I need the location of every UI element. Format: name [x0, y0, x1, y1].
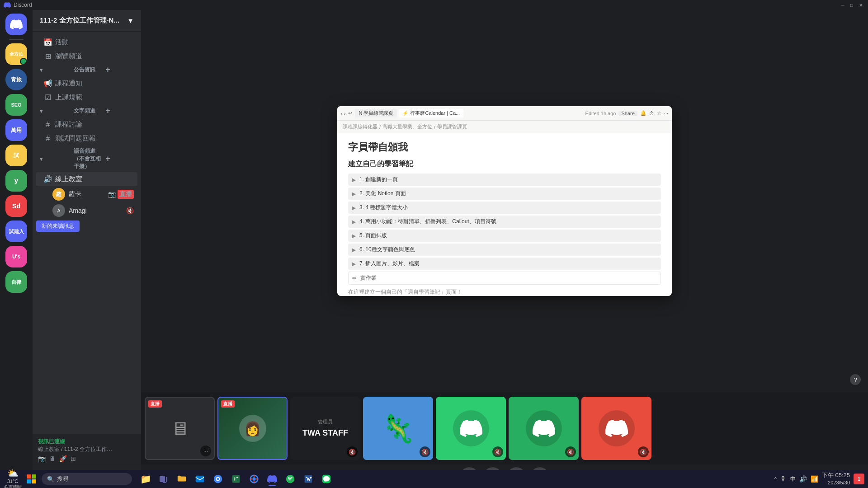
notion-practice: ✏ 實作業: [348, 272, 661, 285]
cam-btn[interactable]: 📷: [38, 455, 46, 462]
taskbar-app-explorer[interactable]: [174, 471, 190, 487]
taskbar-search[interactable]: 🔍 搜尋: [42, 473, 132, 485]
channel-item-browse[interactable]: ⊞ 瀏覽頻道: [36, 49, 137, 63]
notion-item-5: ▶ 5. 頁面排版: [348, 230, 661, 242]
rules-icon: ☑: [43, 93, 52, 102]
notion-tab-active[interactable]: N 學員線管課頁: [355, 109, 397, 117]
taskbar-system: ^ 🎙 中 🔊 📶 下午 05:25 2023/5/30 1: [774, 472, 864, 486]
announcement-icon: 📢: [43, 79, 52, 88]
video-tile-discord3: 🔇: [581, 397, 651, 460]
svg-rect-4: [160, 476, 165, 482]
connected-actions: 📷 🖥 🚀 ⊞: [38, 455, 136, 462]
toggle-icon-6[interactable]: ▶: [352, 247, 356, 253]
toggle-icon-1[interactable]: ▶: [352, 177, 356, 183]
voice-user-luka[interactable]: 蘿 蘿卡 📷 直播: [36, 186, 137, 202]
help-icon[interactable]: ?: [850, 374, 861, 385]
channel-course-notice[interactable]: 📢 課程通知: [36, 76, 137, 90]
maximize-button[interactable]: □: [848, 1, 855, 9]
server-icon-9[interactable]: U's: [5, 246, 27, 267]
dino-emoji: 🦎: [381, 413, 415, 445]
tray-volume-icon[interactable]: 🔊: [799, 475, 807, 483]
server-icon-5[interactable]: 試: [5, 145, 27, 166]
new-messages-indicator[interactable]: 新的未讀訊息: [33, 219, 141, 234]
add-text-channel-icon[interactable]: +: [105, 106, 137, 116]
channel-rules[interactable]: ☑ 上課規範: [36, 90, 137, 104]
notion-titlebar: ‹ › ↩ N 學員線管課頁 ⚡ 行事曆Calendar | Ca... Edi…: [337, 106, 672, 121]
server-icon-4[interactable]: 萬用: [5, 119, 27, 141]
server-icon-10[interactable]: 自律: [5, 271, 27, 293]
voice-user-amagi[interactable]: A Amagi 🔇: [36, 202, 137, 219]
tray-caret-icon[interactable]: ^: [774, 476, 777, 482]
server-icon-1[interactable]: 全方位: [5, 43, 27, 65]
channel-issues[interactable]: # 測試問題回報: [36, 131, 137, 145]
toggle-icon-5[interactable]: ▶: [352, 233, 356, 239]
minimize-button[interactable]: ─: [839, 1, 846, 9]
server-icon-3[interactable]: SEO: [5, 94, 27, 116]
taskbar-weather[interactable]: ⛅ 31°C 多雲時晴: [4, 468, 22, 488]
titlebar-controls[interactable]: ─ □ ✕: [839, 1, 864, 9]
taskbar-app-chrome[interactable]: [210, 471, 226, 487]
server-icon-7[interactable]: Sd: [5, 195, 27, 217]
amagi-controls: 🔇: [126, 207, 134, 214]
notion-icon-1[interactable]: 🔔: [640, 110, 646, 116]
server-icon-6[interactable]: y: [5, 170, 27, 192]
add-channel-icon[interactable]: +: [105, 65, 137, 75]
toggle-icon-3[interactable]: ▶: [352, 205, 356, 211]
svg-point-8: [217, 478, 219, 480]
share-btn[interactable]: 🖥: [49, 455, 56, 462]
server-icon-2[interactable]: 青旅: [5, 69, 27, 90]
new-messages-banner[interactable]: 新的未讀訊息: [36, 221, 80, 232]
notion-icon-3[interactable]: ☆: [657, 110, 661, 116]
voice-avatar-luka: 蘿: [52, 188, 65, 201]
taskbar-app-outlook[interactable]: [192, 471, 208, 487]
taskbar-app-excel[interactable]: [228, 471, 244, 487]
notion-icon-4[interactable]: ···: [664, 111, 668, 116]
taskbar-app-discord[interactable]: [264, 471, 280, 487]
weather-icon: ⛅: [7, 468, 19, 479]
admin-mic-muted: 🔇: [347, 446, 358, 457]
notion-window[interactable]: ‹ › ↩ N 學員線管課頁 ⚡ 行事曆Calendar | Ca... Edi…: [337, 106, 672, 296]
notion-icon-2[interactable]: ⏱: [649, 111, 654, 116]
server-header[interactable]: 111-2 全方位工作管理-N... ▼: [33, 10, 141, 32]
channel-discussion[interactable]: # 課程討論: [36, 117, 137, 131]
taskbar-app-line[interactable]: [318, 471, 335, 487]
tray-mic-icon[interactable]: 🎙: [780, 475, 787, 483]
server-icon-8[interactable]: 試建入: [5, 221, 27, 242]
add-voice-channel-icon[interactable]: +: [105, 154, 137, 164]
toggle-icon-4[interactable]: ▶: [352, 219, 356, 225]
notification-badge[interactable]: 1: [854, 474, 864, 484]
discord-title-icon: [4, 1, 11, 9]
notion-nav-icon[interactable]: ↩: [348, 110, 352, 116]
category-announcement[interactable]: ▾ 公告資訊 +: [33, 63, 141, 76]
notion-back-icon[interactable]: ‹ ›: [341, 111, 345, 116]
channel-online-class[interactable]: 🔊 線上教室: [36, 172, 137, 186]
titlebar-app-name: Discord: [14, 2, 32, 8]
admin-name-text: TWA STAFF: [302, 428, 348, 438]
svg-rect-1: [32, 474, 36, 479]
rocket-btn[interactable]: 🚀: [59, 455, 67, 462]
more-options-btn[interactable]: ···: [200, 446, 211, 456]
share-btn-notion[interactable]: Share: [618, 111, 637, 116]
tray-lang-icon[interactable]: 中: [790, 475, 796, 483]
category-text[interactable]: ▾ 文字頻道 +: [33, 104, 141, 117]
toggle-icon-7[interactable]: ▶: [352, 261, 356, 267]
notion-tab-calendar[interactable]: ⚡ 行事曆Calendar | Ca...: [399, 109, 463, 117]
toggle-icon-2[interactable]: ▶: [352, 191, 356, 197]
notion-content: 字員帶自頒我 建立自己的學習筆記 ▶ 1. 創建新的一頁 ▶ 2. 美化 Not…: [337, 133, 672, 296]
close-button[interactable]: ✕: [857, 1, 864, 9]
taskbar-app-spotify[interactable]: [282, 471, 298, 487]
taskbar-time[interactable]: 下午 05:25 2023/5/30: [822, 472, 850, 486]
grid-btn[interactable]: ⊞: [71, 455, 76, 462]
notion-subtitle: 建立自己的學習筆記: [348, 160, 661, 169]
taskbar-app-files[interactable]: 📁: [137, 471, 154, 487]
category-voice[interactable]: ▾ 語音頻道（不會互相干擾） +: [33, 145, 141, 172]
edited-label: Edited 1h ago: [585, 111, 616, 116]
discord-home-icon[interactable]: [5, 14, 27, 35]
taskbar-app-teams[interactable]: [156, 471, 172, 487]
taskbar-app-word[interactable]: [300, 471, 316, 487]
start-button[interactable]: [24, 471, 40, 487]
channel-item-activity[interactable]: 📅 活動: [36, 35, 137, 49]
taskbar-app-chrome2[interactable]: [246, 471, 262, 487]
notion-footer-text: 在這裡建立一個自己的「週自學習筆記」頁面！: [348, 288, 661, 296]
tray-wifi-icon[interactable]: 📶: [811, 475, 818, 483]
